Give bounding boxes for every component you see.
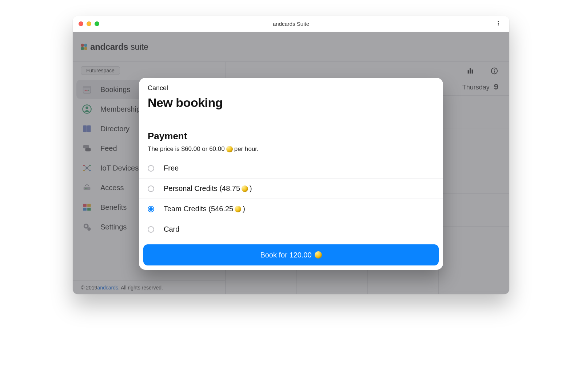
new-booking-modal: Cancel New booking Payment The price is … bbox=[139, 78, 443, 270]
option-text-prefix: Personal Credits (48.75 bbox=[164, 184, 240, 193]
svg-point-0 bbox=[498, 21, 499, 22]
radio-unchecked-icon bbox=[148, 226, 154, 233]
kebab-menu-icon[interactable] bbox=[493, 18, 503, 29]
option-text-suffix: ) bbox=[243, 205, 245, 213]
svg-point-1 bbox=[498, 23, 499, 24]
radio-checked-icon bbox=[148, 206, 154, 212]
option-label: Team Credits (546.25 ) bbox=[164, 205, 245, 213]
maximize-window-button[interactable] bbox=[95, 21, 99, 26]
payment-option-personal-credits[interactable]: Personal Credits (48.75 ) bbox=[139, 179, 443, 199]
window-title: andcards Suite bbox=[73, 21, 509, 27]
titlebar: andcards Suite bbox=[73, 16, 509, 32]
close-window-button[interactable] bbox=[79, 21, 83, 26]
coin-icon bbox=[315, 251, 322, 259]
option-label: Card bbox=[164, 225, 179, 233]
modal-title: New booking bbox=[148, 96, 434, 110]
option-text-prefix: Team Credits (546.25 bbox=[164, 205, 233, 213]
payment-options: Free Personal Credits (48.75 ) Team Cred… bbox=[139, 158, 443, 239]
book-button-label: Book for 120.00 bbox=[260, 251, 311, 259]
coin-icon bbox=[242, 185, 248, 192]
payment-option-free[interactable]: Free bbox=[139, 158, 443, 179]
price-text: The price is $60.00 or 60.00 per hour. bbox=[148, 145, 434, 153]
option-label: Free bbox=[164, 164, 179, 172]
minimize-window-button[interactable] bbox=[87, 21, 91, 26]
cancel-button[interactable]: Cancel bbox=[148, 84, 434, 92]
window-controls bbox=[79, 21, 99, 26]
price-prefix: The price is $60.00 or 60.00 bbox=[148, 145, 225, 153]
payment-heading: Payment bbox=[148, 131, 434, 142]
coin-icon bbox=[235, 206, 241, 212]
price-suffix: per hour. bbox=[234, 145, 259, 153]
payment-option-card[interactable]: Card bbox=[139, 219, 443, 239]
divider bbox=[225, 121, 443, 121]
coin-icon bbox=[226, 146, 233, 152]
svg-point-2 bbox=[498, 24, 499, 25]
payment-option-team-credits[interactable]: Team Credits (546.25 ) bbox=[139, 199, 443, 219]
option-label: Personal Credits (48.75 ) bbox=[164, 184, 252, 193]
app-window: andcards Suite andcards suite Futurespac… bbox=[73, 16, 509, 294]
radio-unchecked-icon bbox=[148, 165, 154, 172]
book-button[interactable]: Book for 120.00 bbox=[143, 244, 439, 265]
option-text-suffix: ) bbox=[250, 184, 252, 193]
radio-unchecked-icon bbox=[148, 185, 154, 192]
